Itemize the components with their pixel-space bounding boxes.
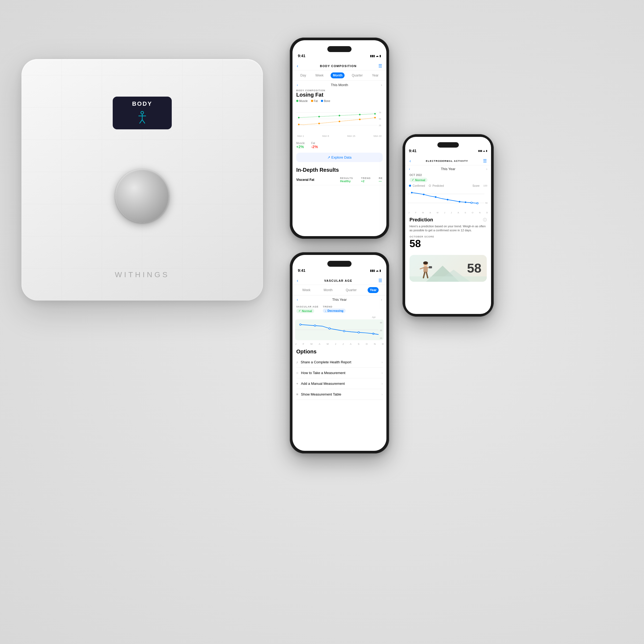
svg-point-26 [300,324,301,325]
year-nav-3[interactable]: ‹ This Year › [405,165,491,173]
chart-subtitle-1: BODY COMPOSITION [296,89,383,92]
back-icon-1[interactable]: ‹ [297,64,298,68]
prev-year-3[interactable]: ‹ [409,167,410,171]
svg-text:75: 75 [379,111,381,114]
next-year-3[interactable]: › [486,167,487,171]
phone-electrodermal: 9:41 ▮▮▮ ☁ ▮ ‹ ELECTRODERMAL ACTIVITY ☰ … [403,134,494,317]
prediction-text: Here's a prediction based on your trend.… [409,224,487,233]
legend-predicted: Predicted [429,184,444,187]
nav-bar-2[interactable]: ‹ VASCULAR AGE ☰ [292,276,386,285]
option-how-to[interactable]: ○ How to Take a Measurement › [296,368,383,378]
next-month-1[interactable]: › [381,83,382,87]
stat-fat-val: -2% [311,145,318,149]
chart-svg-2: 39 35 29 [295,319,384,341]
stat-muscle: Muscle +2% [296,142,305,149]
oct-label: OCT 2022 [409,174,487,177]
check-icon-3: ✓ [412,178,414,182]
svg-point-28 [329,328,330,329]
chart-svg-3: 50 [408,188,488,210]
option-row-left-3: + Add a Manual Measurement [296,382,345,386]
option-share-report[interactable]: ♪ Share a Complete Health Report › [296,357,383,368]
tab2-quarter[interactable]: Quarter [343,287,359,293]
explore-data-button[interactable]: ↗ Explore Data [296,153,383,162]
legend-muscle: Muscle [296,100,308,103]
phone1-screen: 9:41 ▮▮▮ ☁ ▮ ‹ BODY COMPOSITION ☰ Day We… [292,40,386,236]
chevron-share: › [382,360,383,364]
predicted-dot [429,185,431,187]
result-col-trend: TREND +2 [361,177,371,183]
back-icon-3[interactable]: ‹ [409,159,411,163]
chevron-manual: › [382,382,383,386]
x-labels-1: Mon 1 Mon 8 Mon 15 Mon 22 [296,135,383,137]
menu-icon-2[interactable]: ☰ [378,278,382,283]
nav-bar-1[interactable]: ‹ BODY COMPOSITION ☰ [292,62,386,70]
trend-status-text: Decreasing [328,309,343,312]
chart-wrapper-3: 50 [405,188,491,211]
svg-point-29 [343,330,345,332]
explore-label: Explore Data [331,155,352,159]
tab-week[interactable]: Week [313,72,325,78]
result-row-visceral: Visceral Fat RESULTS Healthy TREND +2 RE… [292,175,386,185]
stats-row-1: Muscle +2% Fat -2% [292,140,386,151]
tab2-month[interactable]: Month [321,287,335,293]
trend-row-2: VASCULAR AGE ✓ Normal TREND ↓ Decreasing [292,304,386,315]
svg-point-40 [465,202,466,203]
period-tabs-1[interactable]: Day Week Month Quarter Year [292,70,386,81]
x-labels-2: JFMAMJ JASOND [292,343,386,345]
tab2-year[interactable]: Year [368,287,379,293]
option-show-table[interactable]: ≡ Show Measurement Table › [296,389,383,400]
svg-point-37 [435,196,437,198]
apr-label: Apr [295,316,384,319]
menu-icon-3[interactable]: ☰ [483,158,487,163]
scale-device: BODY WITHINGS [21,59,279,317]
options-title: Options [296,349,383,355]
svg-point-17 [318,123,320,124]
year-nav-2[interactable]: ‹ This Year › [292,295,386,304]
month-title-1: This Month [331,83,348,87]
menu-icon-1[interactable]: ☰ [378,63,382,68]
svg-point-36 [423,194,425,195]
chevron-table: › [382,393,383,396]
svg-text:25: 25 [379,124,381,127]
year-title-3: This Year [441,167,455,171]
trend-col-trend: TREND ↓ Decreasing [323,305,346,313]
prediction-section: Prediction ⓘ Here's a prediction based o… [405,214,491,253]
svg-text:35: 35 [380,329,382,332]
vascular-status-badge: ✓ Normal [296,309,314,313]
normal-status-text: Normal [415,178,425,182]
trend-status-badge: ↓ Decreasing [323,309,346,313]
illustration-area: 58 [409,255,487,282]
trend-label-2: TREND [323,305,346,308]
time-1: 9:41 [298,54,305,58]
info-icon[interactable]: ⓘ [483,218,487,222]
share-icon: ♪ [296,360,298,364]
measure-icon: ○ [296,371,298,375]
month-nav-1[interactable]: ‹ This Month › [292,81,386,89]
tab-year[interactable]: Year [370,72,380,78]
x-label-4: Mon 22 [374,135,382,137]
result-cols: RESULTS Healthy TREND +2 RE — [340,177,383,183]
tab-day[interactable]: Day [298,72,308,78]
svg-point-38 [447,199,448,200]
prev-month-1[interactable]: ‹ [297,83,298,87]
nav-title-2: VASCULAR AGE [324,279,352,282]
dynamic-island-1 [327,46,352,52]
next-year-2[interactable]: › [381,298,382,302]
nav-bar-3[interactable]: ‹ ELECTRODERMAL ACTIVITY ☰ [405,157,491,165]
result-col-re: RE — [379,177,383,183]
legend-fat: Fat [311,100,318,103]
chevron-howto: › [382,371,383,375]
time-2: 9:41 [298,268,305,273]
option-add-manual[interactable]: + Add a Manual Measurement › [296,378,383,389]
tab-month[interactable]: Month [331,72,345,78]
period-tabs-2[interactable]: Week Month Quarter Year [292,285,386,295]
back-icon-2[interactable]: ‹ [297,278,298,283]
chart-legend-1: Muscle Fat Bone [296,100,383,103]
svg-rect-51 [429,266,432,268]
options-section: Options ♪ Share a Complete Health Report… [292,345,386,401]
scale-body: BODY WITHINGS [21,59,263,301]
tab-quarter[interactable]: Quarter [350,72,365,78]
prev-year-2[interactable]: ‹ [297,298,298,302]
confirmed-dot [409,185,411,187]
tab2-week[interactable]: Week [300,287,313,293]
